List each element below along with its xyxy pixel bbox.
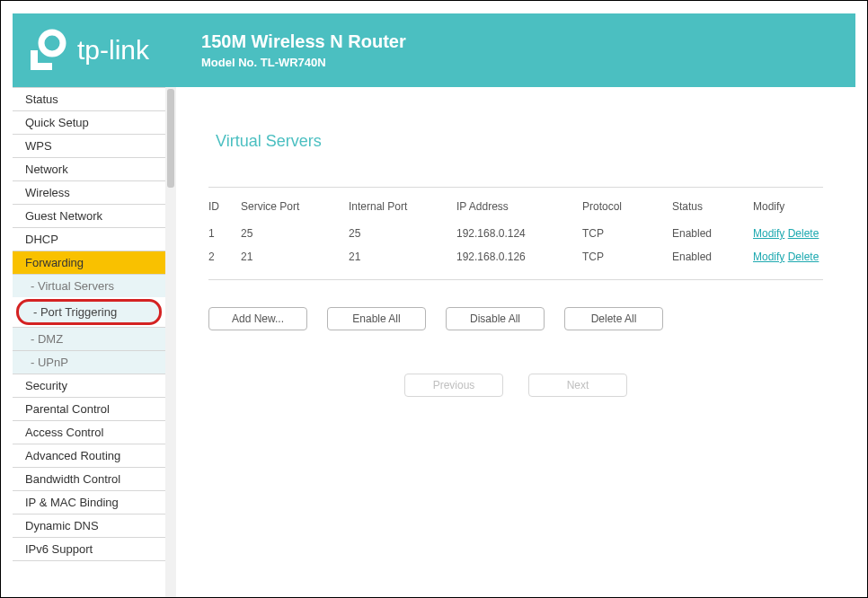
svg-rect-2	[31, 63, 52, 70]
sidebar-item-access-control[interactable]: Access Control	[13, 420, 165, 444]
pager: Previous Next	[208, 374, 823, 397]
cell-proto: TCP	[582, 222, 672, 245]
col-service: Service Port	[241, 200, 349, 222]
header-titles: 150M Wireless N Router Model No. TL-WR74…	[201, 31, 406, 69]
cell-id: 2	[208, 245, 241, 268]
sidebar-item-network[interactable]: Network	[13, 157, 165, 180]
divider	[208, 187, 823, 188]
brand-logo: tp-link	[25, 29, 149, 72]
cell-modify: Modify Delete	[753, 245, 823, 268]
cell-proto: TCP	[582, 245, 672, 268]
scrollbar-thumb[interactable]	[167, 89, 174, 188]
disable-all-button[interactable]: Disable All	[446, 307, 545, 330]
sidebar-item-parental-control[interactable]: Parental Control	[13, 397, 165, 420]
sidebar-scrollbar[interactable]	[165, 87, 176, 597]
sidebar-item-guest-network[interactable]: Guest Network	[13, 204, 165, 227]
main-content: Virtual Servers ID Service Port Internal…	[176, 87, 855, 597]
sidebar-item-advanced-routing[interactable]: Advanced Routing	[13, 444, 165, 467]
sidebar-item-wps[interactable]: WPS	[13, 134, 165, 157]
table-row: 22121192.168.0.126TCPEnabledModify Delet…	[208, 245, 823, 268]
sidebar-item-wireless[interactable]: Wireless	[13, 180, 165, 204]
cell-id: 1	[208, 222, 241, 245]
sidebar-item-ipv6-support[interactable]: IPv6 Support	[13, 537, 165, 561]
cell-status: Enabled	[672, 222, 753, 245]
col-id: ID	[208, 200, 241, 222]
delete-link[interactable]: Delete	[788, 227, 819, 240]
product-model: Model No. TL-WR740N	[201, 56, 406, 69]
cell-service: 25	[241, 222, 349, 245]
sidebar-item--port-triggering[interactable]: - Port Triggering	[16, 299, 162, 325]
modify-link[interactable]: Modify	[753, 251, 784, 263]
brand-text: tp-link	[77, 35, 149, 66]
product-title: 150M Wireless N Router	[201, 31, 406, 52]
cell-ip: 192.168.0.126	[456, 245, 582, 268]
enable-all-button[interactable]: Enable All	[327, 307, 426, 330]
modify-link[interactable]: Modify	[753, 227, 784, 240]
sidebar-item-status[interactable]: Status	[13, 87, 165, 110]
svg-point-0	[41, 32, 63, 54]
delete-all-button[interactable]: Delete All	[564, 307, 663, 330]
col-status: Status	[672, 200, 753, 222]
cell-internal: 21	[349, 245, 456, 268]
sidebar-item--dmz[interactable]: - DMZ	[13, 327, 165, 350]
sidebar-item-ip-mac-binding[interactable]: IP & MAC Binding	[13, 490, 165, 514]
sidebar-item-quick-setup[interactable]: Quick Setup	[13, 110, 165, 134]
previous-button[interactable]: Previous	[404, 374, 503, 397]
sidebar-item-dynamic-dns[interactable]: Dynamic DNS	[13, 514, 165, 537]
next-button[interactable]: Next	[528, 374, 627, 397]
col-internal: Internal Port	[349, 200, 456, 222]
cell-ip: 192.168.0.124	[456, 222, 582, 245]
sidebar-item--upnp[interactable]: - UPnP	[13, 350, 165, 374]
divider	[208, 279, 823, 280]
action-buttons: Add New... Enable All Disable All Delete…	[208, 307, 823, 330]
cell-service: 21	[241, 245, 349, 268]
sidebar: StatusQuick SetupWPSNetworkWirelessGuest…	[13, 87, 165, 597]
sidebar-item--virtual-servers[interactable]: - Virtual Servers	[13, 274, 165, 297]
header: tp-link 150M Wireless N Router Model No.…	[13, 13, 855, 87]
cell-modify: Modify Delete	[753, 222, 823, 245]
delete-link[interactable]: Delete	[788, 251, 819, 263]
cell-internal: 25	[349, 222, 456, 245]
page-title: Virtual Servers	[216, 132, 823, 151]
sidebar-item-forwarding[interactable]: Forwarding	[13, 251, 165, 274]
col-modify: Modify	[753, 200, 823, 222]
table-row: 12525192.168.0.124TCPEnabledModify Delet…	[208, 222, 823, 245]
cell-status: Enabled	[672, 245, 753, 268]
tp-link-logo-icon	[25, 29, 68, 72]
sidebar-item-security[interactable]: Security	[13, 374, 165, 397]
col-proto: Protocol	[582, 200, 672, 222]
sidebar-item-bandwidth-control[interactable]: Bandwidth Control	[13, 467, 165, 490]
virtual-servers-table: ID Service Port Internal Port IP Address…	[208, 200, 823, 268]
sidebar-item-dhcp[interactable]: DHCP	[13, 227, 165, 251]
col-ip: IP Address	[456, 200, 582, 222]
add-new-button[interactable]: Add New...	[208, 307, 307, 330]
